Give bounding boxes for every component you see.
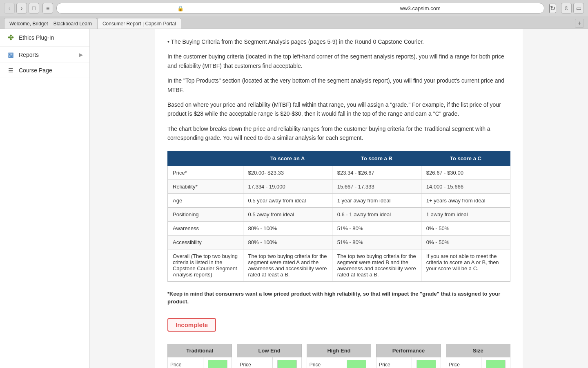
sidebar-reports-label: Reports <box>19 52 75 58</box>
segment-row-label-0: Price <box>307 357 342 368</box>
segment-row-label-0: Price <box>168 357 203 368</box>
segment-table-performance: Performance Price Reliability Age Positi… <box>376 344 441 368</box>
content-inner: • The Buying Criteria from the Segment A… <box>155 29 523 368</box>
row-c-1: 14,000 - 15,666 <box>421 180 510 193</box>
table-header-a: To score an A <box>243 151 332 166</box>
row-label-1: Reliability* <box>168 180 243 193</box>
intro-paragraph-2: In the "Top Products" section (located a… <box>167 76 510 94</box>
segment-grade-cell-1-0 <box>273 357 302 368</box>
row-c-2: 1+ years away from ideal <box>421 193 510 207</box>
sidebar-item-reports[interactable]: ▩ Reports ▶ <box>0 47 89 63</box>
row-c-5: 0% - 50% <box>421 235 510 249</box>
row-label-3: Positioning <box>168 207 243 221</box>
tab-capsim[interactable]: Consumer Report | Capsim Portal <box>97 18 181 29</box>
row-b-0: $23.34 - $26.67 <box>332 166 421 180</box>
sidebar-ethics-label: Ethics Plug-In <box>19 34 83 41</box>
grade-input-2-0[interactable] <box>347 360 366 368</box>
intro-paragraph-0: • The Buying Criteria from the Segment A… <box>167 37 510 46</box>
duplicate-button[interactable]: ▭ <box>573 3 584 13</box>
menu-button[interactable]: ≡ <box>42 3 53 13</box>
segment-grade-cell-0-0 <box>203 357 232 368</box>
intro-paragraph-1: In the customer buying criteria (located… <box>167 52 510 70</box>
grade-input-0-0[interactable] <box>208 360 227 368</box>
scoring-table: To score an A To score a B To score a C … <box>167 151 510 282</box>
row-label-5: Accessibility <box>168 235 243 249</box>
incomplete-badge: Incomplete <box>167 318 216 332</box>
segment-tables: Traditional Price Reliability Age Positi… <box>167 344 510 368</box>
segment-table-traditional: Traditional Price Reliability Age Positi… <box>167 344 232 368</box>
segment-header-2: High End <box>307 344 371 357</box>
segment-header-1: Low End <box>237 344 301 357</box>
grade-input-1-0[interactable] <box>277 360 297 368</box>
row-label-4: Awareness <box>168 221 243 235</box>
table-row: Reliability* 17,334 - 19,000 15,667 - 17… <box>168 180 510 193</box>
sidebar: ✤ Ethics Plug-In ▩ Reports ▶ ☰ Course Pa… <box>0 29 90 368</box>
reports-icon: ▩ <box>7 51 15 58</box>
lock-icon: 🔒 <box>62 5 299 11</box>
segment-grade-cell-4-0 <box>481 357 510 368</box>
table-row: Accessibility 80% - 100% 51% - 80% 0% - … <box>168 235 510 249</box>
reload-button[interactable]: ↻ <box>549 4 556 13</box>
row-b-2: 1 year away from ideal <box>332 193 421 207</box>
share-button[interactable]: ⇫ <box>561 3 572 13</box>
table-header-c: To score a C <box>421 151 510 166</box>
row-label-2: Age <box>168 193 243 207</box>
address-bar: 🔒 ww3.capsim.com <box>56 3 544 13</box>
segment-row: Price <box>168 357 232 368</box>
row-a-3: 0.5 away from ideal <box>243 207 332 221</box>
grade-input-4-0[interactable] <box>486 360 506 368</box>
row-b-5: 51% - 80% <box>332 235 421 249</box>
reports-arrow-icon: ▶ <box>79 52 83 58</box>
note-text: *Keep in mind that consumers want a low … <box>167 290 510 306</box>
url-text: ww3.capsim.com <box>302 5 539 11</box>
row-a-1: 17,334 - 19,000 <box>243 180 332 193</box>
forward-button[interactable]: › <box>16 3 27 13</box>
row-a-2: 0.5 year away from ideal <box>243 193 332 207</box>
table-row: Price* $20.00- $23.33 $23.34 - $26.67 $2… <box>168 166 510 180</box>
segment-header-3: Performance <box>376 344 441 357</box>
browser-toolbar: ‹ › □ ≡ 🔒 ww3.capsim.com ↻ ⇫ ▭ <box>0 0 588 16</box>
row-a-5: 80% - 100% <box>243 235 332 249</box>
row-c-0: $26.67 - $30.00 <box>421 166 510 180</box>
back-button[interactable]: ‹ <box>4 3 15 13</box>
table-header-empty <box>168 151 243 166</box>
segment-row-label-0: Price <box>376 357 412 368</box>
row-c-6: If you are not able to meet the criteria… <box>421 249 510 281</box>
table-row: Awareness 80% - 100% 51% - 80% 0% - 50% <box>168 221 510 235</box>
grade-input-3-0[interactable] <box>416 360 436 368</box>
segment-table-high-end: High End Price Reliability Age Positioni… <box>307 344 371 368</box>
sidebar-item-course[interactable]: ☰ Course Page <box>0 63 89 78</box>
tab-blackboard[interactable]: Welcome, Bridget – Blackboard Learn <box>4 18 97 29</box>
segment-row: Price <box>376 357 441 368</box>
intro-paragraph-4: The chart below breaks down the price an… <box>167 124 510 143</box>
row-label-6: Overall (The top two buying criteria is … <box>168 249 243 281</box>
segment-row-label-0: Price <box>446 357 481 368</box>
segment-row: Price <box>446 357 510 368</box>
row-b-6: The top two buying criteria for the segm… <box>332 249 421 281</box>
window-button[interactable]: □ <box>29 3 39 13</box>
tab-blackboard-title: Welcome, Bridget – Blackboard Learn <box>9 21 92 27</box>
intro-paragraph-3: Based on where your price and reliabilit… <box>167 100 510 119</box>
browser-chrome: ‹ › □ ≡ 🔒 ww3.capsim.com ↻ ⇫ ▭ Welcome, … <box>0 0 588 29</box>
row-a-4: 80% - 100% <box>243 221 332 235</box>
nav-buttons: ‹ › □ <box>4 3 39 13</box>
row-b-1: 15,667 - 17,333 <box>332 180 421 193</box>
table-row: Positioning 0.5 away from ideal 0.6 - 1 … <box>168 207 510 221</box>
row-b-4: 51% - 80% <box>332 221 421 235</box>
row-a-6: The top two buying criteria for the segm… <box>243 249 332 281</box>
sidebar-course-label: Course Page <box>19 67 83 74</box>
content-area: • The Buying Criteria from the Segment A… <box>90 29 588 368</box>
table-header-b: To score a B <box>332 151 421 166</box>
row-c-3: 1 away from ideal <box>421 207 510 221</box>
segment-table-low-end: Low End Price Reliability Age Positionin… <box>237 344 301 368</box>
new-tab-button[interactable]: + <box>575 19 584 28</box>
course-icon: ☰ <box>7 67 15 74</box>
segment-table-size: Size Price Reliability Age Positioning <box>446 344 510 368</box>
sidebar-item-ethics[interactable]: ✤ Ethics Plug-In <box>0 29 89 47</box>
ethics-icon: ✤ <box>7 33 15 42</box>
table-row: Age 0.5 year away from ideal 1 year away… <box>168 193 510 207</box>
main-layout: ✤ Ethics Plug-In ▩ Reports ▶ ☰ Course Pa… <box>0 29 588 368</box>
segment-row: Price <box>237 357 301 368</box>
table-row: Overall (The top two buying criteria is … <box>168 249 510 281</box>
row-b-3: 0.6 - 1 away from ideal <box>332 207 421 221</box>
